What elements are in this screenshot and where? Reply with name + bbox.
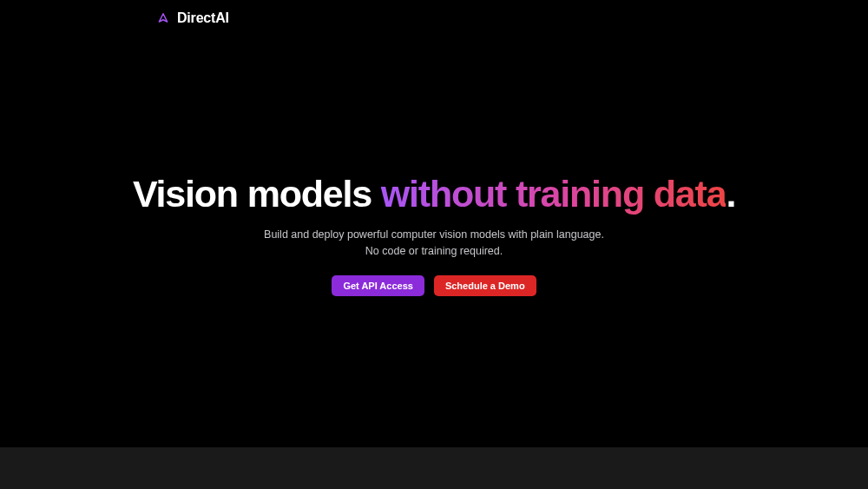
get-api-access-button[interactable]: Get API Access	[332, 275, 424, 296]
hero-title: Vision models without training data.	[133, 174, 735, 215]
schedule-demo-button[interactable]: Schedule a Demo	[434, 275, 536, 296]
site-header: DirectAI	[156, 10, 229, 26]
cta-row: Get API Access Schedule a Demo	[332, 275, 536, 296]
hero-subtitle-line2: No code or training required.	[264, 243, 604, 260]
footer-band	[0, 447, 868, 489]
hero-title-plain: Vision models	[133, 173, 381, 215]
logo-icon	[156, 11, 170, 25]
hero-subtitle: Build and deploy powerful computer visio…	[264, 227, 604, 260]
hero-section: Vision models without training data. Bui…	[0, 174, 868, 296]
hero-title-gradient: without training data	[381, 173, 727, 215]
hero-title-period: .	[726, 173, 735, 215]
hero-subtitle-line1: Build and deploy powerful computer visio…	[264, 227, 604, 243]
brand-name[interactable]: DirectAI	[177, 10, 229, 26]
